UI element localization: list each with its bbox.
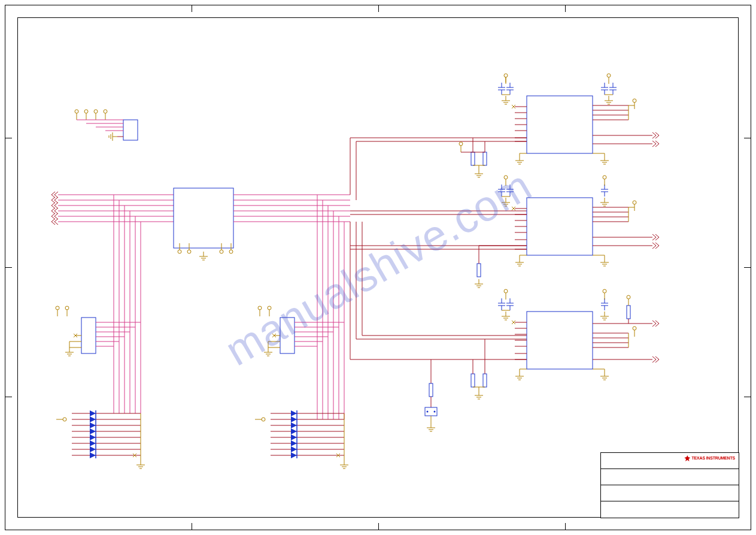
ti-logo: TEXAS INSTRUMENTS	[684, 455, 735, 461]
diode-array-1	[56, 410, 145, 468]
right-ic-block-2	[475, 176, 659, 288]
right-ic-block-1	[459, 74, 659, 177]
header-block-2	[258, 306, 344, 356]
ti-star-icon	[684, 455, 690, 461]
ti-logo-text: TEXAS INSTRUMENTS	[692, 456, 735, 460]
titleblock-row	[601, 469, 739, 485]
center-bus-drop	[317, 195, 344, 419]
header-block-1	[56, 306, 141, 356]
svg-rect-113	[527, 96, 593, 153]
svg-rect-64	[81, 318, 96, 353]
svg-rect-165	[527, 312, 593, 369]
svg-point-111	[434, 411, 436, 413]
title-block: TEXAS INSTRUMENTS	[600, 452, 739, 518]
right-ic-block-3	[471, 289, 659, 399]
diode-array-2	[255, 410, 348, 468]
left-bus-input	[51, 192, 174, 413]
titleblock-row	[601, 501, 739, 517]
svg-point-110	[427, 411, 429, 413]
svg-rect-15	[123, 120, 138, 140]
svg-rect-33	[174, 188, 233, 248]
center-ic	[174, 188, 350, 260]
svg-rect-76	[280, 318, 294, 353]
svg-rect-141	[527, 198, 593, 255]
right-feed-wires	[350, 138, 527, 359]
titleblock-row	[601, 485, 739, 501]
center-pulldown	[425, 359, 437, 431]
top-left-header	[75, 110, 138, 141]
